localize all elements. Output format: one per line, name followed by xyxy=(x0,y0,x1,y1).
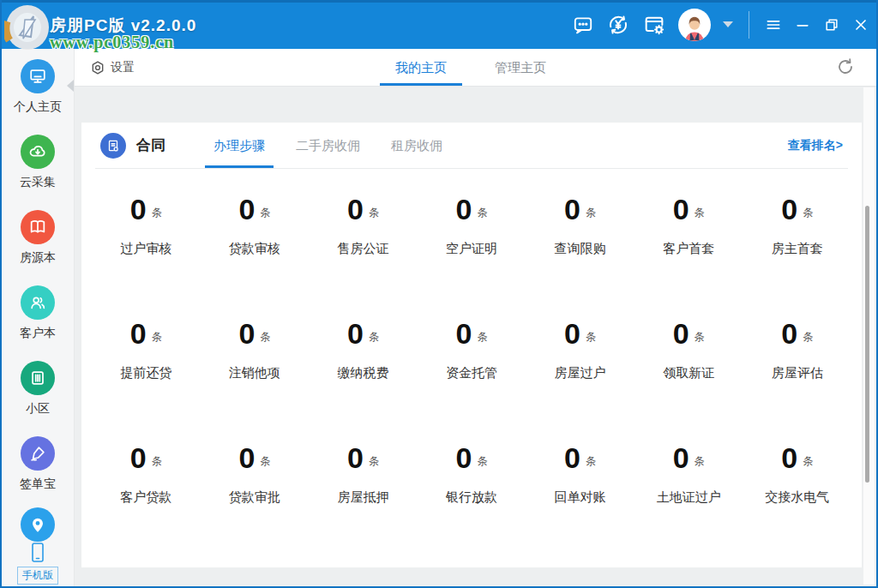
counter-value-row: 0条 xyxy=(673,319,705,348)
refresh-icon xyxy=(835,57,856,77)
counter-value: 0 xyxy=(456,319,472,348)
currency-exchange-button[interactable] xyxy=(606,13,630,37)
mobile-phone-icon xyxy=(28,542,47,564)
counter-label: 房屋抵押 xyxy=(337,489,388,506)
counter-unit: 条 xyxy=(695,206,705,224)
window-gear-icon xyxy=(642,13,666,37)
counter-value-row: 0条 xyxy=(130,443,162,472)
counter-cell-house-mortgage[interactable]: 0条 房屋抵押 xyxy=(309,417,418,542)
counter-value-row: 0条 xyxy=(673,443,705,472)
counter-cell-vacancy-certificate[interactable]: 0条 空户证明 xyxy=(418,169,526,293)
building-icon xyxy=(21,361,55,395)
counter-value-row: 0条 xyxy=(781,319,813,348)
counter-value-row: 0条 xyxy=(238,443,270,472)
counter-label: 过户审核 xyxy=(120,241,171,257)
counter-cell-loan-approval[interactable]: 0条 贷款审批 xyxy=(201,417,310,542)
avatar-dropdown-button[interactable] xyxy=(723,21,733,27)
counter-cell-receipt-reconciliation[interactable]: 0条 回单对账 xyxy=(526,417,634,542)
counter-cell-transfer-review[interactable]: 0条 过户审核 xyxy=(92,169,201,293)
tab-rental-commission[interactable]: 租房收佣 xyxy=(391,123,442,168)
counter-label: 回单对账 xyxy=(555,489,606,506)
counter-value: 0 xyxy=(564,195,580,224)
counter-value-row: 0条 xyxy=(781,443,813,472)
counter-cell-loan-review[interactable]: 0条 贷款审核 xyxy=(201,169,310,293)
counter-cell-land-certificate-transfer[interactable]: 0条 土地证过户 xyxy=(634,417,743,542)
app-settings-button[interactable] xyxy=(642,13,666,37)
close-button[interactable] xyxy=(852,16,869,33)
watermark-url: www.pc0359.cn xyxy=(50,33,174,52)
counter-cell-sale-notarization[interactable]: 0条 售房公证 xyxy=(309,169,418,293)
counter-cell-bank-disbursement[interactable]: 0条 银行放款 xyxy=(418,417,526,542)
settings-button[interactable]: 设置 xyxy=(90,49,135,86)
menu-button[interactable] xyxy=(765,16,782,33)
counter-value-row: 0条 xyxy=(564,195,596,224)
counter-cell-fund-custody[interactable]: 0条 资金托管 xyxy=(418,293,526,417)
sidebar-item-community[interactable]: 小区 xyxy=(21,361,55,417)
counter-cell-house-transfer[interactable]: 0条 房屋过户 xyxy=(526,293,634,417)
titlebar-divider xyxy=(749,11,749,39)
counter-label: 客户贷款 xyxy=(120,489,171,506)
panel-header: 合同 办理步骤 二手房收佣 租房收佣 查看排名> xyxy=(81,123,862,168)
counter-unit: 条 xyxy=(803,330,813,348)
counter-unit: 条 xyxy=(477,330,487,348)
counter-cell-customer-first-home[interactable]: 0条 客户首套 xyxy=(634,169,743,293)
counter-value-row: 0条 xyxy=(456,319,488,348)
counter-cell-cancel-other-rights[interactable]: 0条 注销他项 xyxy=(201,293,310,417)
counter-value-row: 0条 xyxy=(564,319,596,348)
counter-value-row: 0条 xyxy=(130,319,162,348)
active-item-arrow-icon xyxy=(67,80,74,92)
counter-value: 0 xyxy=(781,319,797,348)
counter-unit: 条 xyxy=(369,454,379,472)
counter-unit: 条 xyxy=(477,206,487,224)
tab-secondhand-commission[interactable]: 二手房收佣 xyxy=(296,123,360,168)
restore-button[interactable] xyxy=(823,16,840,33)
counter-value: 0 xyxy=(130,195,147,224)
sidebar-item-cloud-collect[interactable]: 云采集 xyxy=(20,135,56,190)
counter-unit: 条 xyxy=(477,454,487,472)
sidebar-item-sign-order[interactable]: 签单宝 xyxy=(20,436,56,492)
counter-cell-utilities-handover[interactable]: 0条 交接水电气 xyxy=(743,417,851,542)
counter-unit: 条 xyxy=(152,206,162,224)
sidebar-item-label: 云采集 xyxy=(20,175,56,190)
contract-document-icon xyxy=(100,133,126,159)
pen-icon xyxy=(21,436,55,471)
sidebar: 个人主页 云采集 房源本 客户本 xyxy=(2,49,75,586)
counter-cell-pay-taxes[interactable]: 0条 缴纳税费 xyxy=(309,293,418,417)
sidebar-item-customer-book[interactable]: 客户本 xyxy=(20,285,56,341)
scrollbar-thumb[interactable] xyxy=(865,206,869,483)
counter-unit: 条 xyxy=(369,330,379,348)
counter-cell-owner-first-home[interactable]: 0条 房主首套 xyxy=(743,169,851,293)
counter-value: 0 xyxy=(564,319,580,348)
minimize-button[interactable] xyxy=(794,16,811,33)
tab-manage-homepage[interactable]: 管理主页 xyxy=(490,49,551,86)
sidebar-item-location[interactable] xyxy=(21,507,55,542)
message-button[interactable] xyxy=(572,14,594,36)
counter-unit: 条 xyxy=(695,454,705,472)
counter-value-row: 0条 xyxy=(673,195,705,224)
refresh-button[interactable] xyxy=(835,57,856,77)
counter-label: 提前还贷 xyxy=(120,365,171,381)
watermark-logo xyxy=(4,3,51,52)
counter-cell-purchase-limit-query[interactable]: 0条 查询限购 xyxy=(526,169,634,293)
counter-label: 空户证明 xyxy=(446,241,497,257)
sidebar-item-personal-home[interactable]: 个人主页 xyxy=(14,59,62,115)
view-ranking-link[interactable]: 查看排名> xyxy=(788,138,843,153)
counter-value: 0 xyxy=(781,443,797,472)
sidebar-item-mobile-version[interactable]: 手机版 xyxy=(17,542,58,585)
counter-unit: 条 xyxy=(369,206,379,224)
counter-cell-early-repayment[interactable]: 0条 提前还贷 xyxy=(92,293,201,417)
user-avatar[interactable] xyxy=(678,9,711,41)
counter-cell-receive-new-certificate[interactable]: 0条 领取新证 xyxy=(634,293,743,417)
counter-cell-house-appraisal[interactable]: 0条 房屋评估 xyxy=(743,293,851,417)
counter-cell-customer-loan[interactable]: 0条 客户贷款 xyxy=(92,417,201,542)
counter-value: 0 xyxy=(673,443,689,472)
counter-label: 贷款审批 xyxy=(229,489,280,506)
tab-my-homepage[interactable]: 我的主页 xyxy=(390,49,452,86)
counter-value: 0 xyxy=(564,443,580,472)
counter-label: 房屋评估 xyxy=(772,365,823,381)
currency-exchange-icon xyxy=(606,13,630,37)
tab-processing-steps[interactable]: 办理步骤 xyxy=(213,123,265,168)
counter-value: 0 xyxy=(130,319,147,348)
sidebar-item-house-book[interactable]: 房源本 xyxy=(20,210,56,266)
counter-value: 0 xyxy=(673,195,689,224)
